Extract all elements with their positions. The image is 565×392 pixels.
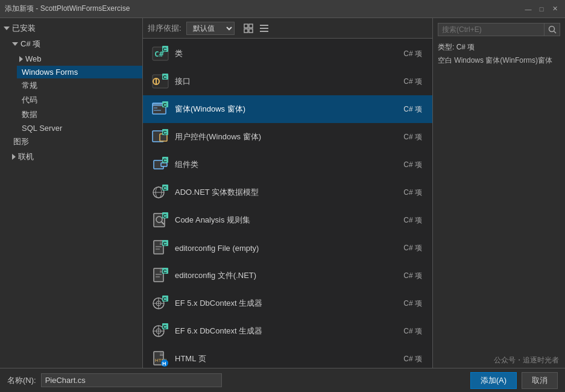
graphics-label: 图形 [13,137,29,146]
item-row[interactable]: C 接口 C# 项 [143,68,432,95]
add-button[interactable]: 添加(A) [470,372,517,389]
item-row[interactable]: C EF 6.x DbContext 生成器 C# 项 [143,317,432,345]
sidebar-item-general[interactable]: 常规 [17,78,142,93]
right-panel: 类型: C# 项 空白 Windows 窗体(WinForms)窗体 [432,18,565,368]
grid-view-button[interactable] [242,22,255,35]
item-icon-codeanalysis: C [151,210,170,230]
item-icon-window: C [151,100,170,119]
svg-text:C: C [163,213,167,219]
svg-text:C: C [163,185,167,191]
svg-rect-6 [260,31,268,32]
minimize-button[interactable]: — [523,4,534,14]
item-name: 接口 [175,76,388,87]
item-row[interactable]: C 用户控件(Windows 窗体) C# 项 [143,123,432,151]
item-name: 类 [175,48,388,59]
svg-line-78 [554,31,556,34]
item-category: C# 项 [388,188,425,198]
item-category: C# 项 [388,49,425,59]
installed-label: 已安装 [12,23,36,34]
sidebar-csharp-header[interactable]: C# 项 [8,36,142,52]
svg-text:C: C [163,46,167,52]
svg-rect-4 [260,25,268,26]
item-row[interactable]: C editorconfig 文件(.NET) C# 项 [143,262,432,289]
item-name: HTML 页 [175,353,388,364]
item-row[interactable]: C EF 5.x DbContext 生成器 C# 项 [143,289,432,317]
item-icon-adonet: C [151,183,170,202]
online-label: 联机 [18,151,34,162]
toolbar: 排序依据: 默认值 名称 类型 [143,18,432,39]
code-label: 代码 [22,95,37,104]
item-category: C# 项 [388,299,425,309]
cancel-button[interactable]: 取消 [522,372,558,389]
maximize-button[interactable]: □ [536,4,547,14]
svg-text:C: C [163,241,167,247]
web-label: Web [25,54,42,63]
title-text: 添加新项 - ScottPlotWinFormsExercise [5,4,130,14]
svg-rect-3 [249,29,253,33]
item-name: 窗体(Windows 窗体) [175,104,388,115]
description: 空白 Windows 窗体(WinForms)窗体 [438,55,560,66]
svg-rect-2 [244,29,248,33]
item-row[interactable]: C 组件类 C# 项 [143,151,432,179]
expand-icon [12,42,18,46]
svg-text:C: C [163,296,167,302]
item-icon-class: C# C [151,44,170,63]
item-category: C# 项 [388,104,425,115]
svg-point-77 [549,27,554,32]
item-category: C# 项 [388,132,425,142]
item-category: C# 项 [388,326,425,337]
item-row[interactable]: HTML H HTML 页 C# 项 [143,345,432,368]
item-row-window[interactable]: C 窗体(Windows 窗体) C# 项 [143,95,432,123]
sidebar-online-header[interactable]: 联机 [8,149,142,165]
sidebar-web-header[interactable]: Web [17,52,142,66]
item-icon-interface: C [151,72,170,91]
sidebar-item-graphics[interactable]: 图形 [8,134,142,149]
item-category: C# 项 [388,215,425,226]
item-name: 组件类 [175,159,388,170]
csharp-label: C# 项 [21,39,40,49]
svg-rect-0 [244,24,248,28]
close-button[interactable]: ✕ [549,4,560,14]
svg-text:C: C [163,157,167,163]
item-icon-html: HTML H [151,349,170,368]
item-name: EF 6.x DbContext 生成器 [175,326,388,337]
item-row[interactable]: C Code Analysis 规则集 C# 项 [143,206,432,234]
main-area: 已安装 C# 项 Web Windows Forms 常规 [0,18,565,368]
svg-rect-5 [260,28,268,29]
data-label: 数据 [22,110,37,119]
search-input[interactable] [438,23,544,36]
item-icon-ef6: C [151,321,170,341]
expand-icon [19,56,23,62]
sidebar: 已安装 C# 项 Web Windows Forms 常规 [0,18,143,368]
sidebar-item-code[interactable]: 代码 [17,93,142,107]
name-input[interactable] [41,373,222,387]
sidebar-item-windowsforms[interactable]: Windows Forms [17,66,142,78]
svg-text:C: C [163,102,167,108]
sidebar-installed-group: C# 项 Web Windows Forms 常规 代码 [0,36,142,165]
sidebar-item-sqlserver[interactable]: SQL Server [17,122,142,134]
expand-icon [4,27,10,30]
list-view-button[interactable] [257,22,271,35]
svg-rect-1 [249,24,253,28]
item-row[interactable]: C ADO.NET 实体数据模型 C# 项 [143,179,432,206]
item-category: C# 项 [388,271,425,281]
expand-icon [12,154,16,160]
item-name: ADO.NET 实体数据模型 [175,187,388,198]
sort-label: 排序依据: [148,23,181,34]
item-name: Code Analysis 规则集 [175,215,388,226]
item-icon-editorconfig-empty: C [151,238,170,258]
grid-icon [244,24,253,33]
list-icon [259,24,269,33]
sidebar-item-data[interactable]: 数据 [17,107,142,122]
item-name: 用户控件(Windows 窗体) [175,131,388,142]
item-row[interactable]: C# C 类 C# 项 [143,40,432,68]
sidebar-installed-header[interactable]: 已安装 [0,21,142,36]
general-label: 常规 [22,81,37,90]
item-icon-ef5: C [151,294,170,313]
svg-text:H: H [162,361,166,367]
item-icon-usercontrol: C [151,127,170,147]
item-row[interactable]: C editorconfig File (empty) C# 项 [143,234,432,262]
sort-select[interactable]: 默认值 名称 类型 [186,22,235,35]
search-button[interactable] [544,23,560,36]
view-icons [242,22,271,35]
